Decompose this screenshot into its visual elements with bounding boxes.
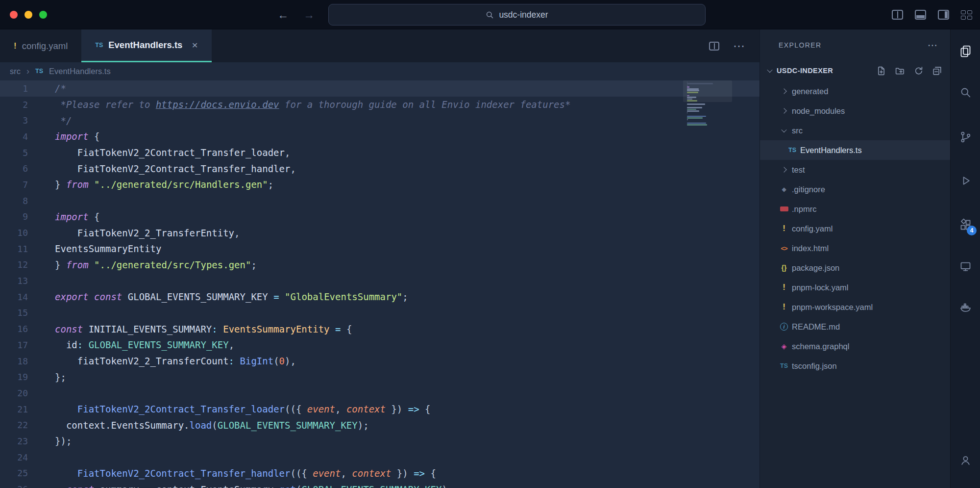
close-tab-icon[interactable]: ×	[192, 39, 197, 51]
minimap[interactable]	[687, 81, 728, 126]
warning-icon: !	[783, 302, 785, 312]
code-line[interactable]: 26 const summary = context.EventsSummary…	[0, 481, 760, 488]
customize-layout-icon[interactable]	[961, 10, 972, 20]
activity-remote-icon[interactable]	[956, 257, 974, 275]
tab-eventhandlers-ts[interactable]: TS EventHandlers.ts ×	[81, 29, 211, 62]
activity-source-control-icon[interactable]	[956, 128, 974, 146]
tree-item-generated[interactable]: generated	[760, 81, 950, 101]
new-folder-icon[interactable]	[895, 66, 905, 76]
activity-account-icon[interactable]	[956, 451, 974, 469]
tree-item-pnpm-lock-yaml[interactable]: !pnpm-lock.yaml	[760, 278, 950, 297]
minimap-line	[687, 100, 697, 102]
code-line[interactable]: 9import {	[0, 209, 760, 225]
breadcrumb-file[interactable]: EventHandlers.ts	[49, 67, 111, 76]
info-icon: i	[780, 323, 788, 331]
close-window-button[interactable]	[10, 11, 18, 19]
forward-button[interactable]: →	[303, 8, 315, 22]
minimap-line	[687, 109, 696, 110]
more-actions-icon[interactable]: ⋯	[928, 39, 937, 51]
activity-search-icon[interactable]	[956, 83, 974, 101]
tree-item-eventhandlers-ts[interactable]: TSEventHandlers.ts	[760, 140, 950, 160]
ts-icon-cell: TS	[787, 147, 798, 154]
split-editor-layout-icon[interactable]	[892, 10, 903, 20]
code-text: *Please refer to https://docs.envio.dev …	[55, 99, 570, 110]
line-number: 25	[0, 468, 28, 478]
tree-item-npmrc[interactable]: .npmrc	[760, 199, 950, 219]
new-file-icon[interactable]	[876, 66, 886, 76]
line-number: 4	[0, 131, 28, 142]
code-line[interactable]: 6 FiatTokenV2_2Contract_Transfer_handler…	[0, 160, 760, 177]
zoom-window-button[interactable]	[39, 11, 47, 19]
chevron-right-icon	[781, 167, 786, 172]
tree-item-config-yaml[interactable]: !config.yaml	[760, 219, 950, 238]
code-line[interactable]: 10 FiatTokenV2_2_TransferEntity,	[0, 225, 760, 241]
tree-item-tsconfig-json[interactable]: TStsconfig.json	[760, 356, 950, 376]
code-text: */	[55, 115, 72, 126]
code-line[interactable]: 8	[0, 193, 760, 209]
tree-item-test[interactable]: test	[760, 160, 950, 180]
code-line[interactable]: 5 FiatTokenV2_2Contract_Transfer_loader,	[0, 145, 760, 161]
code-line[interactable]: 1/*	[0, 80, 760, 97]
code-line[interactable]: 22 context.EventsSummary.load(GLOBAL_EVE…	[0, 417, 760, 433]
code-line[interactable]: 13	[0, 273, 760, 289]
code-line[interactable]: 19};	[0, 369, 760, 385]
tree-item-gitignore[interactable]: ◆.gitignore	[760, 180, 950, 199]
code-text: FiatTokenV2_2_TransferEntity,	[55, 228, 240, 238]
code-line[interactable]: 23});	[0, 433, 760, 449]
chevron-down-icon	[767, 67, 772, 73]
split-editor-button[interactable]	[709, 42, 719, 51]
more-actions-button[interactable]: ⋯	[733, 39, 745, 53]
back-button[interactable]: ←	[277, 8, 289, 22]
code-line[interactable]: 20	[0, 385, 760, 401]
line-number: 11	[0, 244, 28, 254]
tree-item-node-modules[interactable]: node_modules	[760, 101, 950, 121]
info-icon-cell: i	[779, 323, 789, 331]
tree-item-readme-md[interactable]: iREADME.md	[760, 317, 950, 336]
vscode-window: ← → usdc-indexer ! config.yaml	[0, 0, 980, 488]
activity-bar: 4	[950, 29, 980, 488]
code-line[interactable]: 16const INITIAL_EVENTS_SUMMARY: EventsSu…	[0, 321, 760, 337]
tree-item-package-json[interactable]: {}package.json	[760, 258, 950, 278]
code-line[interactable]: 25 FiatTokenV2_2Contract_Transfer_handle…	[0, 465, 760, 482]
tree-item-index-html[interactable]: <>index.html	[760, 238, 950, 258]
toggle-panel-icon[interactable]	[915, 10, 926, 20]
collapse-all-icon[interactable]	[932, 66, 942, 76]
code-line[interactable]: 15	[0, 305, 760, 321]
tree-item-pnpm-workspace-yaml[interactable]: !pnpm-workspace.yaml	[760, 297, 950, 317]
toggle-sidebar-icon[interactable]	[938, 10, 949, 20]
activity-extensions-icon[interactable]: 4	[956, 216, 974, 233]
code-line[interactable]: 11EventsSummaryEntity	[0, 241, 760, 257]
line-number: 6	[0, 163, 28, 174]
ts-icon: TS	[35, 68, 43, 75]
titlebar: ← → usdc-indexer	[0, 0, 980, 29]
code-line[interactable]: 21 FiatTokenV2_2Contract_Transfer_loader…	[0, 401, 760, 417]
code-line[interactable]: 12} from "../generated/src/Types.gen";	[0, 257, 760, 273]
code-line[interactable]: 24	[0, 449, 760, 465]
code-text: import {	[55, 131, 100, 142]
graphql-icon: ◈	[782, 342, 787, 350]
code-line[interactable]: 2 *Please refer to https://docs.envio.de…	[0, 97, 760, 113]
chevron-right-icon	[781, 108, 786, 113]
command-center-search[interactable]: usdc-indexer	[328, 4, 706, 26]
code-line[interactable]: 17 id: GLOBAL_EVENTS_SUMMARY_KEY,	[0, 337, 760, 353]
code-line[interactable]: 18 fiatTokenV2_2_TransferCount: BigInt(0…	[0, 353, 760, 369]
activity-explorer-icon[interactable]	[956, 42, 974, 59]
minimize-window-button[interactable]	[24, 11, 32, 19]
breadcrumb-folder[interactable]: src	[10, 67, 21, 76]
minimap-line	[687, 88, 699, 90]
tab-config-yaml[interactable]: ! config.yaml	[0, 29, 81, 62]
code-line[interactable]: 4import {	[0, 128, 760, 145]
tree-item-schema-graphql[interactable]: ◈schema.graphql	[760, 336, 950, 356]
code-line[interactable]: 7} from "../generated/src/Handlers.gen";	[0, 177, 760, 193]
refresh-icon[interactable]	[913, 66, 924, 76]
code-editor[interactable]: 1/*2 *Please refer to https://docs.envio…	[0, 80, 760, 488]
workspace-section-header[interactable]: USDC-INDEXER	[760, 60, 950, 81]
code-text: FiatTokenV2_2Contract_Transfer_loader(({…	[55, 404, 431, 414]
tsconfig-icon-cell: TS	[779, 362, 789, 369]
activity-docker-icon[interactable]	[956, 298, 974, 316]
code-line[interactable]: 3 */	[0, 112, 760, 128]
activity-run-debug-icon[interactable]	[956, 172, 974, 189]
code-line[interactable]: 14export const GLOBAL_EVENTS_SUMMARY_KEY…	[0, 289, 760, 305]
line-number: 26	[0, 484, 28, 488]
tree-item-src[interactable]: src	[760, 121, 950, 140]
